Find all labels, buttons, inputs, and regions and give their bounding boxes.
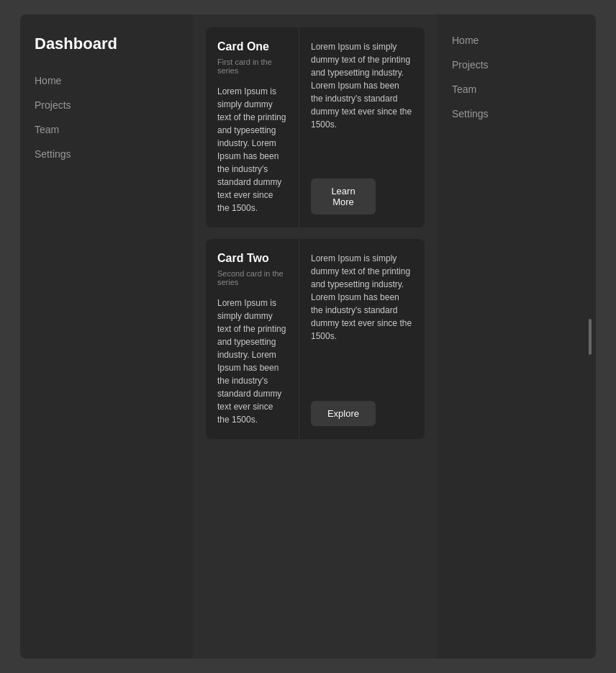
card-two-explore-button[interactable]: Explore	[311, 401, 376, 426]
right-sidebar-nav: Home Projects Team Settings	[452, 35, 581, 119]
left-sidebar: Dashboard Home Projects Team Settings	[20, 14, 193, 659]
card-one-left-body: Lorem Ipsum is simply dummy text of the …	[217, 85, 287, 214]
card-two-left: Card Two Second card in the series Lorem…	[206, 239, 299, 439]
right-sidebar-item-projects[interactable]: Projects	[452, 59, 581, 71]
card-one-right-body: Lorem Ipsum is simply dummy text of the …	[311, 40, 413, 131]
card-two-left-body: Lorem Ipsum is simply dummy text of the …	[217, 297, 287, 426]
card-one-learn-more-button[interactable]: Learn More	[311, 179, 376, 214]
sidebar-item-settings[interactable]: Settings	[35, 147, 178, 161]
right-sidebar: Home Projects Team Settings	[438, 14, 596, 659]
right-sidebar-item-home[interactable]: Home	[452, 35, 581, 46]
card-one-title: Card One	[217, 40, 287, 53]
dashboard-title: Dashboard	[35, 35, 178, 53]
card-two-subtitle: Second card in the series	[217, 269, 287, 286]
sidebar-item-home[interactable]: Home	[35, 73, 178, 88]
card-two-right-body: Lorem Ipsum is simply dummy text of the …	[311, 252, 413, 343]
card-one-left: Card One First card in the series Lorem …	[206, 27, 299, 227]
sidebar-nav: Home Projects Team Settings	[35, 73, 178, 161]
right-sidebar-item-settings[interactable]: Settings	[452, 108, 581, 119]
right-sidebar-item-team[interactable]: Team	[452, 83, 581, 95]
page-wrapper: Dashboard Home Projects Team Settings Ca…	[20, 14, 596, 659]
card-one-right: Lorem Ipsum is simply dummy text of the …	[299, 27, 425, 227]
main-content: Card One First card in the series Lorem …	[193, 14, 438, 659]
sidebar-item-team[interactable]: Team	[35, 122, 178, 137]
card-one-subtitle: First card in the series	[217, 58, 287, 75]
scrollbar-handle[interactable]	[589, 319, 592, 355]
card-two-title: Card Two	[217, 252, 287, 265]
card-two-right: Lorem Ipsum is simply dummy text of the …	[299, 239, 425, 439]
card-two: Card Two Second card in the series Lorem…	[206, 239, 425, 439]
card-one: Card One First card in the series Lorem …	[206, 27, 425, 227]
sidebar-item-projects[interactable]: Projects	[35, 98, 178, 112]
